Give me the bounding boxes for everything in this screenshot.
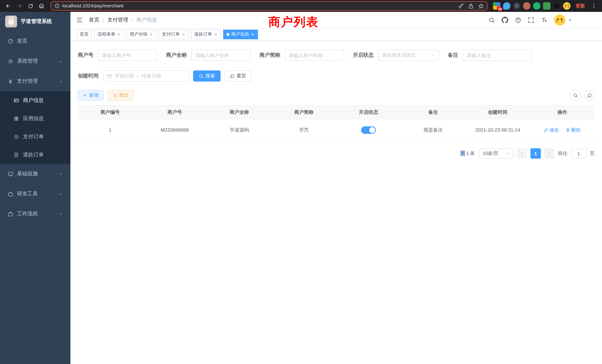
sidebar-item-infrastructure[interactable]: 基础设施 [0,164,70,184]
page-size-value: 10条/页 [483,150,498,157]
tab-payment-order[interactable]: 支付订单 [159,30,189,39]
browser-forward-button[interactable] [14,1,24,11]
page-size-select[interactable]: 10条/页 [479,148,513,159]
tab-close-icon[interactable] [214,32,218,36]
sidebar-item-label: 应用信息 [23,115,44,122]
target-icon [13,134,19,139]
sidebar-item-system[interactable]: 系统管理 [0,51,70,71]
tab-refund-order[interactable]: 退款订单 [191,30,221,39]
share-icon[interactable] [468,3,474,9]
toggle-search-button[interactable] [570,90,580,100]
logo-avatar [5,16,17,27]
pagination-total: 共1条 [460,150,476,157]
goto-page-input[interactable] [571,149,586,158]
browser-back-button[interactable] [3,1,13,11]
tab-close-icon[interactable] [117,32,121,36]
col-header-create-time: 创建时间 [465,106,530,119]
delete-link[interactable]: 删除 [566,127,581,133]
extension-ring-icon[interactable] [513,2,520,10]
chevron-down-icon [59,191,63,197]
breadcrumb-separator: / [103,17,104,23]
extension-drop-icon[interactable] [503,2,510,10]
sidebar-item-label: 支付管理 [17,78,38,85]
add-button[interactable]: 新增 [78,90,103,100]
font-size-icon[interactable] [541,17,548,23]
sidebar-item-home[interactable]: 首页 [0,31,70,51]
pagination-total-prefix: 共 [460,150,465,156]
tab-close-icon[interactable] [182,32,185,36]
extension-dark-icon[interactable] [553,2,560,10]
sidebar-item-payment[interactable]: ¥ 支付管理 [0,71,70,91]
site-info-icon[interactable] [54,3,60,9]
refresh-icon [230,74,235,78]
tab-merchant-info[interactable]: 商户信息 [223,30,258,39]
col-header-short-name: 商户简称 [272,106,336,119]
sidebar-item-workflow[interactable]: 工作流程 [0,204,70,224]
card-icon [13,97,19,103]
help-icon[interactable] [515,17,521,23]
export-button[interactable]: 导出 [108,90,133,100]
edit-link[interactable]: 修改 [544,127,559,133]
sidebar-item-merchant-info[interactable]: 商户信息 [0,91,70,109]
sidebar-item-label: 支付订单 [23,133,44,140]
col-header-full-name: 商户全称 [207,106,272,119]
fullscreen-icon[interactable] [528,17,534,23]
bookmark-star-icon[interactable] [478,3,484,9]
status-toggle[interactable] [361,126,376,134]
extension-green-circle-icon[interactable] [533,2,540,10]
create-time-range-picker[interactable]: 开始日期 - 结束日期 [103,70,189,82]
briefcase-icon [7,211,13,217]
tab-user-group[interactable]: 用户分组 [126,30,156,39]
hamburger-icon[interactable] [76,17,83,23]
tab-close-icon[interactable] [149,32,153,36]
tab-label: 流程表单 [97,31,115,37]
search-button[interactable]: 搜索 [193,70,221,82]
breadcrumb-item-home[interactable]: 首页 [89,17,99,23]
user-avatar-menu[interactable] [554,14,572,26]
merchant-name-input[interactable] [191,50,251,61]
browser-update-button[interactable]: 更新 [573,2,588,10]
sidebar-item-dev-tools[interactable]: 研发工具 [0,184,70,204]
merchant-short-input[interactable] [285,50,344,61]
sidebar-item-refund-order[interactable]: 退款订单 [0,146,70,164]
github-icon[interactable] [502,17,508,23]
browser-toolbar: localhost:1024/pay/merchant 10 更新 [0,0,602,12]
tab-home[interactable]: 首页 [76,30,92,39]
browser-menu-icon[interactable] [589,1,599,11]
chevron-down-icon [59,171,63,177]
extension-badge: 10 [497,7,502,11]
page-1-button[interactable]: 1 [530,148,541,159]
extension-grid-icon[interactable]: 10 [493,2,500,10]
tab-close-icon[interactable] [251,32,255,36]
sidebar-logo[interactable]: 芋道管理系统 [0,12,70,31]
merchant-no-input[interactable] [98,50,157,61]
next-page-button[interactable] [544,148,555,159]
reset-button[interactable]: 重置 [224,70,252,82]
user-avatar[interactable] [554,14,565,26]
browser-reload-button[interactable] [25,1,36,11]
sidebar-item-app-info[interactable]: 应用信息 [0,109,70,128]
breadcrumb-item-payment[interactable]: 支付管理 [108,17,128,23]
browser-home-button[interactable] [36,1,47,11]
remark-input[interactable] [463,50,532,61]
export-button-label: 导出 [119,92,129,99]
app-title: 芋道管理系统 [21,18,52,25]
tab-process-form[interactable]: 流程表单 [94,30,124,39]
password-key-icon[interactable] [458,3,464,9]
dashboard-icon [7,38,13,44]
extension-green-square-icon[interactable] [543,2,550,10]
refresh-icon [587,93,592,98]
sidebar: 芋道管理系统 首页 系统管理 ¥ 支付管理 商户信息 应用信息 支付订单 退款订… [0,12,70,364]
goto-label: 前往 [558,150,568,157]
status-select[interactable]: 请选择开启状态 [378,50,439,61]
refresh-table-button[interactable] [584,90,595,100]
sidebar-item-payment-order[interactable]: 支付订单 [0,128,70,146]
address-bar[interactable]: localhost:1024/pay/merchant [50,1,488,11]
col-header-remark: 备注 [401,106,466,119]
prev-page-button[interactable] [517,148,527,159]
filter-row-2: 创建时间 开始日期 - 结束日期 搜索 重置 [78,70,595,82]
plus-icon [83,93,87,97]
header-search-icon[interactable] [489,17,495,23]
browser-profile-avatar[interactable] [563,2,570,10]
extension-avatar-icon[interactable] [523,2,530,10]
